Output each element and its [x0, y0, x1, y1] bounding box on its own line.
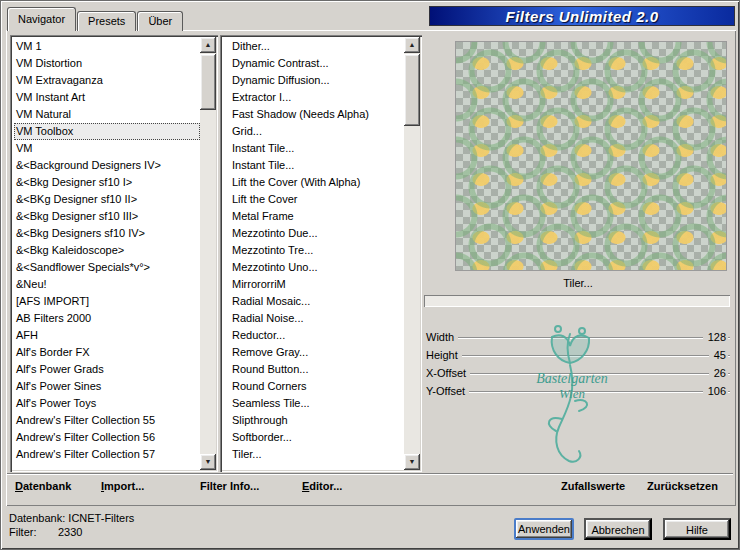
filter-item[interactable]: Radial Mosaic...: [230, 293, 404, 310]
category-item[interactable]: AB Filters 2000: [14, 310, 200, 327]
category-item[interactable]: Alf's Power Grads: [14, 361, 200, 378]
scroll-down-button[interactable]: ▼: [200, 454, 216, 470]
category-scrollbar[interactable]: ▲ ▼: [200, 37, 216, 470]
status-filter-value: 2330: [58, 526, 82, 538]
filter-info-button[interactable]: Filter Info...: [200, 480, 259, 492]
category-item[interactable]: &<Sandflower Specials*v°>: [14, 259, 200, 276]
category-listbox: VM 1VM DistortionVM ExtravaganzaVM Insta…: [10, 35, 218, 472]
param-label: Height: [424, 349, 462, 361]
scroll-up-button[interactable]: ▲: [404, 37, 420, 53]
apply-button[interactable]: Anwenden: [514, 518, 574, 540]
filter-item[interactable]: Dither...: [230, 38, 404, 55]
category-item[interactable]: &<Bkg Kaleidoscope>: [14, 242, 200, 259]
category-item[interactable]: &Neu!: [14, 276, 200, 293]
cancel-button[interactable]: Abbrechen: [584, 518, 652, 540]
category-item[interactable]: Andrew's Filter Collection 55: [14, 412, 200, 429]
filter-item[interactable]: Mezzotinto Due...: [230, 225, 404, 242]
parameter-sliders: Width128Height45X-Offset26Y-Offset106: [424, 328, 730, 400]
param-value: 45: [709, 346, 728, 364]
category-item[interactable]: [AFS IMPORT]: [14, 293, 200, 310]
help-button[interactable]: Hilfe: [663, 518, 731, 540]
import-button[interactable]: Import...: [101, 480, 144, 492]
filter-item[interactable]: Dynamic Contrast...: [230, 55, 404, 72]
filter-item[interactable]: Dynamic Diffusion...: [230, 72, 404, 89]
category-item[interactable]: &<Bkg Designers sf10 IV>: [14, 225, 200, 242]
category-item[interactable]: Andrew's Filter Collection 57: [14, 446, 200, 463]
zuruecksetzen-button[interactable]: Zurücksetzen: [647, 480, 718, 492]
filter-list: Dither...Dynamic Contrast...Dynamic Diff…: [220, 35, 404, 472]
param-slider-row[interactable]: X-Offset26: [424, 364, 730, 382]
status-database-value: ICNET-Filters: [68, 512, 134, 524]
tab-strip: Navigator Presets Über: [7, 7, 184, 31]
filter-item[interactable]: Fast Shadow (Needs Alpha): [230, 106, 404, 123]
editor-button[interactable]: Editor...: [302, 480, 342, 492]
category-item[interactable]: AFH: [14, 327, 200, 344]
category-item[interactable]: Alf's Power Sines: [14, 378, 200, 395]
category-item[interactable]: VM Instant Art: [14, 89, 200, 106]
param-slider-row[interactable]: Y-Offset106: [424, 382, 730, 400]
param-slider-row[interactable]: Width128: [424, 328, 730, 346]
scrollbar-thumb[interactable]: [404, 54, 420, 126]
status-database: Datenbank: ICNET-Filters: [9, 512, 134, 524]
category-item[interactable]: VM Distortion: [14, 55, 200, 72]
category-item[interactable]: VM Toolbox: [14, 123, 200, 140]
category-item[interactable]: VM: [14, 140, 200, 157]
filter-item[interactable]: Metal Frame: [230, 208, 404, 225]
param-label: Y-Offset: [424, 385, 469, 397]
status-filter-count: Filter: 2330: [9, 526, 37, 538]
filter-item[interactable]: Round Button...: [230, 361, 404, 378]
param-value: 26: [709, 364, 728, 382]
filter-item[interactable]: Remove Gray...: [230, 344, 404, 361]
param-slider-row[interactable]: Height45: [424, 346, 730, 364]
category-item[interactable]: Alf's Border FX: [14, 344, 200, 361]
param-value: 106: [703, 382, 728, 400]
filter-item[interactable]: Round Corners: [230, 378, 404, 395]
filter-listbox: Dither...Dynamic Contrast...Dynamic Diff…: [220, 35, 422, 472]
status-database-label: Datenbank:: [9, 512, 65, 524]
filter-item[interactable]: Radial Noise...: [230, 310, 404, 327]
tab-navigator[interactable]: Navigator: [7, 7, 76, 31]
filter-preview-image: [455, 41, 727, 271]
datenbank-button[interactable]: Datenbank: [15, 480, 71, 492]
title-banner: Filters Unlimited 2.0: [429, 6, 735, 26]
filter-item[interactable]: Mezzotinto Tre...: [230, 242, 404, 259]
filter-item[interactable]: Reductor...: [230, 327, 404, 344]
category-list: VM 1VM DistortionVM ExtravaganzaVM Insta…: [10, 35, 200, 472]
scroll-up-icon: ▲: [409, 41, 416, 48]
filter-scrollbar[interactable]: ▲ ▼: [404, 37, 420, 470]
param-label: X-Offset: [424, 367, 470, 379]
category-item[interactable]: Alf's Power Toys: [14, 395, 200, 412]
scroll-up-button[interactable]: ▲: [200, 37, 216, 53]
filter-item[interactable]: Extractor I...: [230, 89, 404, 106]
filter-item[interactable]: Lift the Cover (With Alpha): [230, 174, 404, 191]
filter-item[interactable]: Instant Tile...: [230, 157, 404, 174]
param-label: Width: [424, 331, 458, 343]
filter-item[interactable]: Tiler...: [230, 446, 404, 463]
category-item[interactable]: &<BKg Designer sf10 II>: [14, 191, 200, 208]
filter-item[interactable]: Grid...: [230, 123, 404, 140]
scrollbar-thumb[interactable]: [200, 54, 216, 110]
category-item[interactable]: &<Bkg Designer sf10 III>: [14, 208, 200, 225]
filter-item[interactable]: Instant Tile...: [230, 140, 404, 157]
category-item[interactable]: VM 1: [14, 38, 200, 55]
filter-item[interactable]: Lift the Cover: [230, 191, 404, 208]
filter-item[interactable]: Mezzotinto Uno...: [230, 259, 404, 276]
param-value: 128: [703, 328, 728, 346]
category-item[interactable]: VM Natural: [14, 106, 200, 123]
category-item[interactable]: VM Extravaganza: [14, 72, 200, 89]
tab-presets[interactable]: Presets: [77, 11, 136, 31]
status-filter-label: Filter:: [9, 526, 37, 538]
category-item[interactable]: &<Bkg Designer sf10 I>: [14, 174, 200, 191]
navigator-tab-page: VM 1VM DistortionVM ExtravaganzaVM Insta…: [6, 30, 736, 506]
filter-item[interactable]: Softborder...: [230, 429, 404, 446]
category-item[interactable]: Andrew's Filter Collection 56: [14, 429, 200, 446]
scroll-down-button[interactable]: ▼: [404, 454, 420, 470]
filter-item[interactable]: MirrororriM: [230, 276, 404, 293]
scroll-down-icon: ▼: [205, 458, 212, 465]
progress-bar[interactable]: [424, 295, 730, 307]
category-item[interactable]: &<Background Designers IV>: [14, 157, 200, 174]
tab-ueber[interactable]: Über: [137, 11, 183, 31]
filter-item[interactable]: Slipthrough: [230, 412, 404, 429]
filter-item[interactable]: Seamless Tile...: [230, 395, 404, 412]
zufallswerte-button[interactable]: Zufallswerte: [561, 480, 625, 492]
